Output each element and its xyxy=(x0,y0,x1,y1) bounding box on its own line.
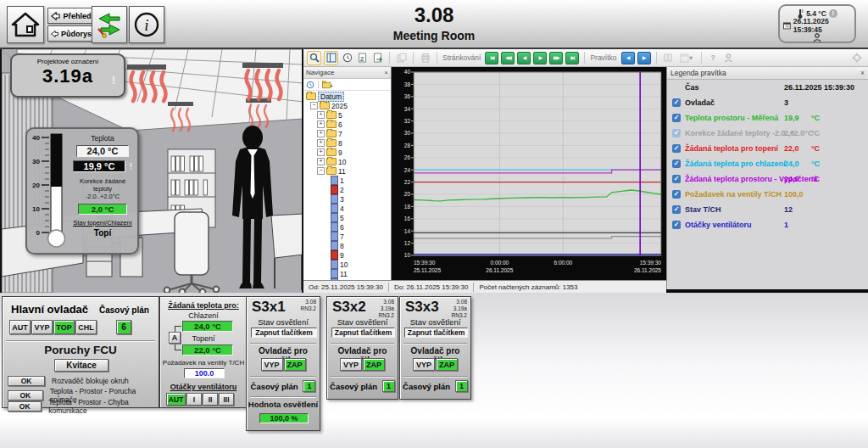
legend-checkbox[interactable]: ✓ xyxy=(672,144,681,153)
tree-expander-icon[interactable]: + xyxy=(317,120,325,128)
mode-aut-button[interactable]: AUT xyxy=(9,320,31,334)
ruler-right-button[interactable]: ▶ xyxy=(637,52,651,64)
navigation-close-icon[interactable]: × xyxy=(384,69,388,76)
tree-expander-icon[interactable]: − xyxy=(310,102,318,109)
settings-gear-icon[interactable] xyxy=(850,52,863,64)
user-icon-disabled xyxy=(722,52,735,64)
tree-expander-icon[interactable]: + xyxy=(317,139,325,147)
tree-day-9[interactable]: 9 xyxy=(303,250,391,260)
fan-iii-button[interactable]: III xyxy=(219,393,234,406)
tree-day-8[interactable]: 8 xyxy=(303,241,391,250)
tree-month-9[interactable]: +9 xyxy=(303,148,391,157)
legend-checkbox[interactable]: ✓ xyxy=(672,129,681,137)
legend-checkbox[interactable]: ✓ xyxy=(672,160,681,168)
legend-checkbox[interactable]: ✓ xyxy=(672,175,681,183)
tree-day-7[interactable]: 7 xyxy=(303,232,391,241)
svg-text:15:39:30: 15:39:30 xyxy=(414,260,436,266)
tree-day-3[interactable]: 3 xyxy=(303,194,391,204)
light-schedule-button[interactable]: 1 xyxy=(455,380,468,392)
tree-day-1[interactable]: 1 xyxy=(303,176,391,185)
light-off-button[interactable]: VYP xyxy=(340,358,362,371)
legend-checkbox[interactable]: ✓ xyxy=(672,190,681,199)
light-schedule-button[interactable]: 1 xyxy=(382,380,395,392)
tree-year[interactable]: −2025 xyxy=(303,101,391,110)
page-forward-button[interactable]: ▶ xyxy=(533,52,547,64)
pudorys-button[interactable]: Půdorys xyxy=(47,25,95,42)
tree-month-5[interactable]: +5 xyxy=(303,110,391,120)
tree-expander-icon[interactable]: + xyxy=(317,111,325,119)
page-last-button[interactable]: ▶| xyxy=(565,52,579,64)
info-button[interactable]: i xyxy=(129,6,164,43)
home-button[interactable] xyxy=(7,6,44,43)
tree-expander-icon[interactable]: + xyxy=(317,130,325,137)
mode-vyp-button[interactable]: VYP xyxy=(31,320,53,334)
light-schedule-button[interactable]: 1 xyxy=(303,380,315,392)
tree-month-8[interactable]: +8 xyxy=(303,138,391,148)
tree-expander-icon[interactable]: + xyxy=(317,148,325,156)
divider xyxy=(250,376,316,378)
project-designation-badge[interactable]: Projektové označení 3.19a ! xyxy=(10,53,125,98)
heating-state-link[interactable]: Stav topení/Chlazení xyxy=(71,219,134,227)
page-fast-back-button[interactable]: ◀◀ xyxy=(501,52,515,64)
zoom-tool-icon[interactable] xyxy=(307,51,321,65)
tree-month-open[interactable]: −11 xyxy=(303,166,391,176)
print-icon-disabled xyxy=(419,52,431,64)
export-icon[interactable] xyxy=(371,52,384,64)
page-first-button[interactable]: |◀ xyxy=(485,52,498,64)
light-on-button[interactable]: ZAP xyxy=(436,358,458,371)
korekce-value[interactable]: 2,0 °C xyxy=(78,204,127,215)
legend-checkbox[interactable]: ✓ xyxy=(672,221,681,229)
mode-chl-button[interactable]: CHL xyxy=(75,320,97,334)
tree-root-datum[interactable]: Datum xyxy=(303,92,391,101)
window-dropdown-icon-disabled: ▾ xyxy=(677,52,696,64)
tree-day-4[interactable]: 4 xyxy=(303,204,391,213)
trend-chart[interactable]: 1012141618202224262830323436384015:39:30… xyxy=(392,67,666,280)
heating-setpoint[interactable]: 22,0 °C xyxy=(182,344,233,356)
light-on-button[interactable]: ZAP xyxy=(284,358,306,371)
light-on-button[interactable]: ZAP xyxy=(363,358,385,371)
clock-icon[interactable] xyxy=(341,52,353,64)
legend-checkbox[interactable]: ✓ xyxy=(672,114,681,122)
ack-button[interactable]: Kvitace xyxy=(54,359,108,372)
tree-day-2[interactable]: 2 xyxy=(303,185,391,194)
date-tree: Datum−2025+5+6+7+8+9+10−1112345678910111… xyxy=(303,91,391,280)
fault-ack-button[interactable]: OK xyxy=(8,401,42,412)
fan-i-button[interactable]: I xyxy=(186,393,202,406)
page-fast-forward-button[interactable]: ▶▶ xyxy=(549,52,563,64)
svg-text:38: 38 xyxy=(404,81,411,87)
mode-top-button[interactable]: TOP xyxy=(53,320,75,334)
day-file-icon xyxy=(331,232,338,241)
page-back-button[interactable]: ◀ xyxy=(517,52,531,64)
day-file-icon xyxy=(331,213,338,222)
tree-month-10[interactable]: +10 xyxy=(303,157,391,166)
ruler-left-button[interactable]: ◀ xyxy=(621,52,635,64)
prehled-button[interactable]: Přehled xyxy=(47,8,95,24)
cooling-setpoint[interactable]: 24,0 °C xyxy=(182,321,233,332)
tree-day-11[interactable]: 11 xyxy=(303,269,391,278)
legend-label: Čas xyxy=(685,83,699,92)
fan-aut-button[interactable]: AUT xyxy=(166,393,186,406)
light-off-button[interactable]: VYP xyxy=(261,358,283,371)
refresh-icon[interactable]: 2 xyxy=(356,52,369,64)
light-off-button[interactable]: VYP xyxy=(413,358,435,371)
svg-text:15:39:30: 15:39:30 xyxy=(640,260,662,266)
nav-addfolder-icon[interactable]: + xyxy=(322,81,332,89)
legend-close-icon[interactable]: × xyxy=(860,69,865,77)
panels-icon[interactable] xyxy=(324,51,338,65)
user-icon[interactable] xyxy=(813,33,821,42)
schedule-value-button[interactable]: 6 xyxy=(116,320,131,334)
nav-refresh-icon[interactable] xyxy=(306,81,314,89)
tree-day-10[interactable]: 10 xyxy=(303,260,391,269)
valve-demand-label: Požadavek na ventily T/CH xyxy=(160,359,247,367)
swap-view-button[interactable] xyxy=(92,6,127,43)
fan-ii-button[interactable]: II xyxy=(203,393,218,406)
tree-month-7[interactable]: +7 xyxy=(303,129,391,138)
legend-checkbox[interactable]: ✓ xyxy=(672,205,681,214)
tree-expander-icon[interactable]: − xyxy=(317,167,325,175)
fault-ack-button[interactable]: OK xyxy=(8,376,45,386)
tree-month-6[interactable]: +6 xyxy=(303,120,391,129)
tree-expander-icon[interactable]: + xyxy=(317,158,325,165)
legend-checkbox[interactable]: ✓ xyxy=(672,98,681,107)
tree-day-6[interactable]: 6 xyxy=(303,222,391,232)
tree-day-5[interactable]: 5 xyxy=(303,213,391,222)
